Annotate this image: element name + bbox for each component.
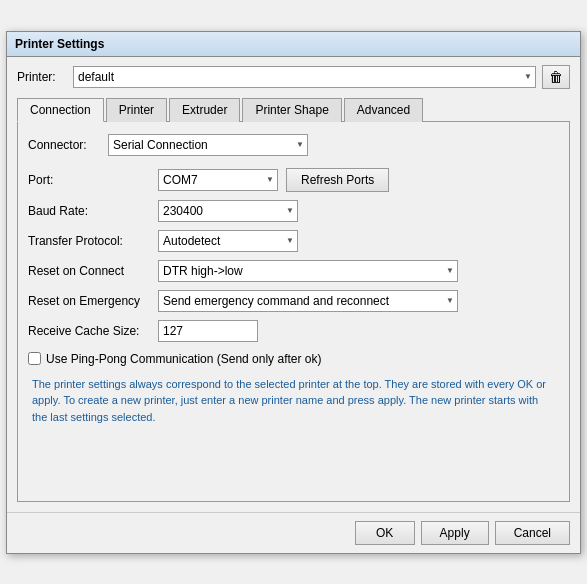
ping-pong-row: Use Ping-Pong Communication (Send only a… [28, 352, 559, 366]
title-bar: Printer Settings [7, 32, 580, 57]
printer-row: Printer: default 🗑 [17, 65, 570, 89]
reset-emergency-combo-wrapper: Send emergency command and reconnect Res… [158, 290, 458, 312]
info-text: The printer settings always correspond t… [28, 376, 559, 426]
dialog-title: Printer Settings [15, 37, 104, 51]
connector-label: Connector: [28, 138, 108, 152]
printer-settings-dialog: Printer Settings Printer: default 🗑 Conn… [6, 31, 581, 554]
transfer-protocol-row: Transfer Protocol: Autodetect Repetier M… [28, 230, 559, 252]
port-select[interactable]: COM7 COM1 COM2 COM3 [158, 169, 278, 191]
reset-connect-select[interactable]: DTR high->low No reset Custom [158, 260, 458, 282]
baud-combo-wrapper: 230400 115200 57600 250000 [158, 200, 298, 222]
tab-printer-shape[interactable]: Printer Shape [242, 98, 341, 122]
reset-emergency-label: Reset on Emergency [28, 294, 158, 308]
tabs-bar: Connection Printer Extruder Printer Shap… [17, 97, 570, 122]
delete-printer-button[interactable]: 🗑 [542, 65, 570, 89]
baud-rate-label: Baud Rate: [28, 204, 158, 218]
printer-combo-wrapper: default [73, 66, 536, 88]
printer-select[interactable]: default [73, 66, 536, 88]
apply-button[interactable]: Apply [421, 521, 489, 545]
ping-pong-label[interactable]: Use Ping-Pong Communication (Send only a… [46, 352, 321, 366]
tab-advanced[interactable]: Advanced [344, 98, 423, 122]
connector-select[interactable]: Serial Connection [108, 134, 308, 156]
reset-connect-row: Reset on Connect DTR high->low No reset … [28, 260, 559, 282]
connector-row: Connector: Serial Connection [28, 134, 559, 156]
port-row: Port: COM7 COM1 COM2 COM3 Refresh Ports [28, 168, 559, 192]
dialog-buttons: OK Apply Cancel [7, 512, 580, 553]
ok-button[interactable]: OK [355, 521, 415, 545]
ping-pong-checkbox[interactable] [28, 352, 41, 365]
transfer-protocol-combo-wrapper: Autodetect Repetier Marlin [158, 230, 298, 252]
transfer-protocol-label: Transfer Protocol: [28, 234, 158, 248]
reset-connect-combo-wrapper: DTR high->low No reset Custom [158, 260, 458, 282]
printer-label: Printer: [17, 70, 67, 84]
reset-connect-label: Reset on Connect [28, 264, 158, 278]
refresh-ports-button[interactable]: Refresh Ports [286, 168, 389, 192]
receive-cache-label: Receive Cache Size: [28, 324, 158, 338]
baud-rate-select[interactable]: 230400 115200 57600 250000 [158, 200, 298, 222]
connector-combo-wrapper: Serial Connection [108, 134, 308, 156]
baud-rate-row: Baud Rate: 230400 115200 57600 250000 [28, 200, 559, 222]
receive-cache-input[interactable]: 127 [158, 320, 258, 342]
receive-cache-row: Receive Cache Size: 127 [28, 320, 559, 342]
transfer-protocol-select[interactable]: Autodetect Repetier Marlin [158, 230, 298, 252]
tab-extruder[interactable]: Extruder [169, 98, 240, 122]
dialog-body: Printer: default 🗑 Connection Printer Ex… [7, 57, 580, 512]
port-label: Port: [28, 173, 158, 187]
reset-emergency-select[interactable]: Send emergency command and reconnect Res… [158, 290, 458, 312]
tab-printer[interactable]: Printer [106, 98, 167, 122]
reset-emergency-row: Reset on Emergency Send emergency comman… [28, 290, 559, 312]
tab-connection[interactable]: Connection [17, 98, 104, 122]
port-combo-wrapper: COM7 COM1 COM2 COM3 [158, 169, 278, 191]
tab-content-connection: Connector: Serial Connection Port: COM7 … [17, 122, 570, 502]
cancel-button[interactable]: Cancel [495, 521, 570, 545]
port-field-value: COM7 COM1 COM2 COM3 Refresh Ports [158, 168, 389, 192]
